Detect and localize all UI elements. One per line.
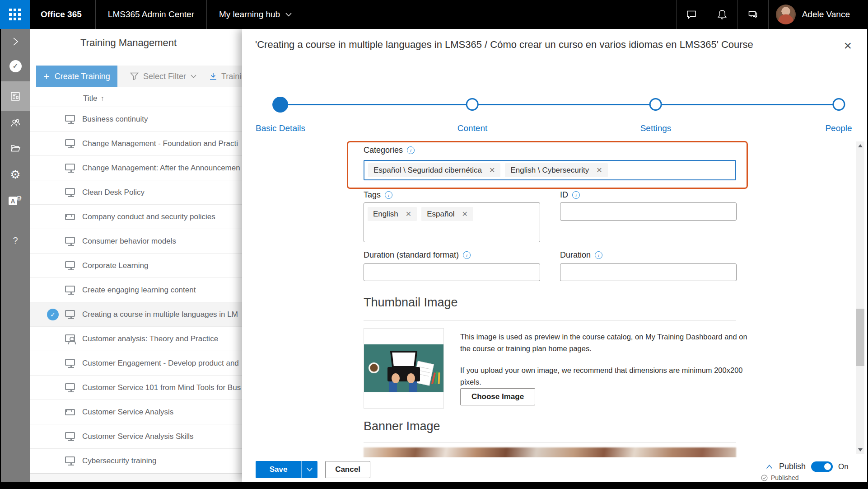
categories-label-text: Categories [364,146,403,155]
info-icon[interactable]: i [463,251,471,259]
scroll-up-arrow[interactable] [858,144,863,147]
table-row[interactable]: ✓ Customer Engagement - Develop product … [30,351,242,376]
scroll-thumb[interactable] [856,309,864,366]
training-list-icon [9,90,21,102]
horizontal-scrollbar[interactable] [30,473,242,482]
row-title: Customer analysis: Theory and Practice [82,334,218,343]
duration-label: Duration i [560,250,602,260]
small-gear-icon: ⚙ [16,194,22,202]
table-row[interactable]: ✓ Consumer behavior models [30,229,242,254]
step-circle-icon [832,98,845,111]
sort-ascending-icon: ↑ [101,94,104,103]
rail-training-management-button[interactable] [1,84,30,109]
table-row[interactable]: ✓ Customer analysis: Theory and Practice [30,327,242,351]
toggle-state-label: On [838,462,849,471]
my-learning-hub-menu[interactable]: My learning hub [207,0,304,29]
help-icon: ? [13,235,18,246]
feedback-button[interactable] [738,0,768,29]
step[interactable]: Basic Details [256,96,305,133]
rail-people-button[interactable] [1,110,30,136]
account-menu[interactable]: Adele Vance [769,0,868,29]
chat-button[interactable] [677,0,707,29]
duration-label-text: Duration [560,250,591,260]
published-check-icon [761,475,768,481]
step-dot [464,96,481,113]
id-field[interactable] [560,202,737,221]
table-row[interactable]: ✓ Creating a course in multiple language… [30,302,242,327]
feedback-icon [747,9,759,20]
info-icon[interactable]: i [572,191,580,199]
hub-label: My learning hub [219,9,280,19]
rail-lms365-button[interactable]: ✓ [1,53,30,79]
save-options-button[interactable] [302,461,317,478]
app-launcher-button[interactable] [0,0,30,29]
thumbnail-illustration [364,344,443,392]
row-title: Change Management - Foundation and Pract… [82,139,238,148]
chip-label: English [373,210,398,219]
chip-remove-icon[interactable]: ✕ [406,211,411,218]
rail-settings-button[interactable]: ⚙ [1,162,30,187]
chevron-right-icon [9,36,21,47]
table-row[interactable]: ✓ Cybersecurity training [30,449,242,473]
dialog-scrollbar[interactable] [856,141,864,454]
lms365-admin-center-link[interactable]: LMS365 Admin Center [96,0,206,29]
rail-help-button[interactable]: ? [1,228,30,253]
banner-heading: Banner Image [364,419,440,433]
row-type-icon [65,237,75,244]
table-row[interactable]: ✓ Create engaging learning content [30,278,242,302]
people-icon [9,117,21,129]
scroll-down-arrow[interactable] [858,448,863,451]
stepper: Basic Details Content Settings People [242,29,867,140]
expand-rail-button[interactable] [1,29,30,54]
duration-field[interactable] [560,263,737,281]
step-dot [830,96,847,113]
office365-link[interactable]: Office 365 [30,0,95,29]
chevron-down-icon [285,13,292,17]
table-row[interactable]: ✓ Corporate Learning [30,254,242,278]
publish-controls: Publish On [765,461,849,472]
duration-standard-field[interactable] [364,263,540,281]
table-row[interactable]: ✓ Clean Desk Policy [30,180,242,205]
choose-image-button[interactable]: Choose Image [460,388,535,405]
publish-collapse-button[interactable] [765,464,774,470]
table-row[interactable]: ✓ Company conduct and security policies [30,205,242,229]
categories-label: Categories i [364,146,415,155]
categories-input[interactable]: Español \ Seguridad cibernética ✕ Englis… [364,160,736,180]
training-export-button[interactable]: Training [209,72,242,81]
chip-remove-icon[interactable]: ✕ [596,167,602,174]
chip-remove-icon[interactable]: ✕ [489,167,495,174]
info-icon[interactable]: i [595,251,602,259]
step-dot [647,96,664,113]
row-title: Cybersecurity training [82,456,156,465]
table-row[interactable]: ✓ Change Management - Foundation and Pra… [30,132,242,156]
chip: Español ✕ [421,207,473,221]
sort-by-title-button[interactable]: Title ↑ [83,94,104,103]
chip-label: Español [427,210,454,219]
tags-label: Tags i [364,190,392,200]
rail-content-library-button[interactable] [1,136,30,161]
tags-input[interactable]: English ✕ Español ✕ [364,202,540,242]
info-icon[interactable]: i [407,146,415,154]
row-type-icon [65,164,75,170]
step[interactable]: Content [457,96,488,133]
rail-admin-app-button[interactable]: A ⚙ [1,188,30,213]
info-icon[interactable]: i [385,191,392,199]
step-label: Basic Details [256,123,305,133]
create-training-button[interactable]: + Create Training [36,66,117,87]
save-button[interactable]: Save [256,461,302,478]
toggle-knob [824,463,831,470]
select-filter-button[interactable]: Select Filter [130,72,196,81]
chip: English ✕ [368,207,417,221]
step[interactable]: People [825,96,852,133]
step[interactable]: Settings [640,96,672,133]
row-type-icon [65,359,75,366]
table-row[interactable]: ✓ Customer Service Analysis [30,400,242,424]
publish-toggle[interactable] [811,461,833,472]
table-row[interactable]: ✓ Customer Service 101 from Mind Tools f… [30,376,242,400]
notifications-button[interactable] [707,0,737,29]
table-row[interactable]: ✓ Change Management: After the Announcem… [30,156,242,180]
table-row[interactable]: ✓ Customer Service Analysis Skills [30,424,242,449]
table-row[interactable]: ✓ Business continuity [30,107,242,132]
cancel-button[interactable]: Cancel [325,461,370,478]
chip-remove-icon[interactable]: ✕ [462,211,468,218]
